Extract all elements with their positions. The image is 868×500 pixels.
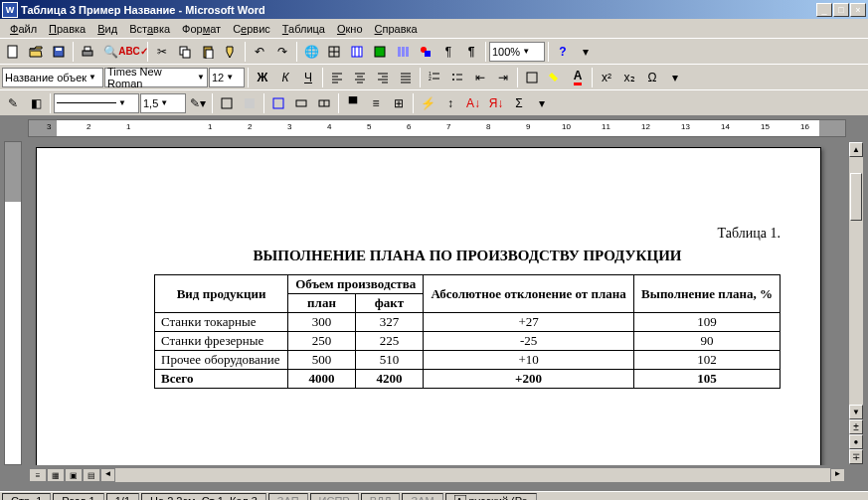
- decrease-indent-button[interactable]: ⇤: [469, 67, 491, 88]
- minimize-button[interactable]: _: [816, 3, 832, 17]
- autoformat-button[interactable]: ⚡: [417, 92, 438, 114]
- maximize-button[interactable]: □: [833, 3, 849, 17]
- horizontal-ruler[interactable]: 321 123 456 789 101112 131415 16: [28, 119, 846, 137]
- menu-tools[interactable]: Сервис: [227, 21, 276, 37]
- status-lang[interactable]: русский (Ро: [445, 493, 537, 500]
- normal-view-button[interactable]: ≡: [29, 468, 47, 482]
- distribute-cols-button[interactable]: ⊞: [388, 92, 410, 114]
- language-button[interactable]: Ω: [641, 67, 663, 88]
- data-table[interactable]: Вид продукции Объем производства Абсолют…: [154, 274, 781, 389]
- bullet-list-button[interactable]: [446, 67, 468, 88]
- scroll-thumb[interactable]: [850, 173, 862, 221]
- menu-table[interactable]: Таблица: [276, 21, 331, 37]
- show-hide-button[interactable]: ¶: [460, 41, 482, 63]
- next-page-button[interactable]: ∓: [849, 449, 863, 464]
- hyperlink-button[interactable]: 🌐: [300, 41, 322, 63]
- scroll-left-button[interactable]: ◄: [100, 468, 115, 482]
- font-combo[interactable]: Times New Roman▼: [104, 68, 208, 87]
- open-button[interactable]: [25, 41, 47, 63]
- cut-button[interactable]: ✂: [151, 41, 173, 63]
- help-button[interactable]: ?: [552, 41, 574, 63]
- style-combo[interactable]: Название объек▼: [2, 68, 103, 87]
- zoom-combo[interactable]: 100%▼: [489, 42, 545, 62]
- status-rec[interactable]: ЗАП: [268, 493, 308, 500]
- distribute-rows-button[interactable]: ≡: [365, 92, 387, 114]
- svg-rect-16: [398, 47, 401, 57]
- subscript-button[interactable]: x₂: [618, 67, 640, 88]
- vertical-scrollbar[interactable]: ▲ ▼ ± ● ∓: [848, 141, 864, 465]
- copy-button[interactable]: [174, 41, 196, 63]
- status-section: Разд 1: [53, 493, 103, 500]
- menu-format[interactable]: Формат: [176, 21, 227, 37]
- menu-view[interactable]: Вид: [91, 21, 123, 37]
- text-direction-button[interactable]: ↕: [439, 92, 461, 114]
- toolbar-options-3-button[interactable]: ▾: [531, 92, 553, 114]
- fontsize-combo[interactable]: 12▼: [209, 68, 245, 87]
- superscript-button[interactable]: x²: [596, 67, 617, 88]
- menu-edit[interactable]: Правка: [43, 21, 91, 37]
- line-weight-combo[interactable]: 1,5▼: [140, 93, 186, 113]
- status-ext[interactable]: ВДЛ: [361, 493, 401, 500]
- outside-border-button[interactable]: [216, 92, 238, 114]
- numbered-list-button[interactable]: 12: [424, 67, 445, 88]
- print-view-button[interactable]: ▣: [65, 468, 83, 482]
- save-button[interactable]: [48, 41, 70, 63]
- paste-button[interactable]: [197, 41, 219, 63]
- font-color-button[interactable]: A: [567, 67, 589, 88]
- borders-button[interactable]: [521, 67, 543, 88]
- new-doc-button[interactable]: [2, 41, 24, 63]
- close-button[interactable]: ×: [850, 3, 866, 17]
- spellcheck-button[interactable]: ABC✓: [122, 41, 144, 63]
- menu-window[interactable]: Окно: [331, 21, 369, 37]
- eraser-button[interactable]: ◧: [25, 92, 47, 114]
- web-view-button[interactable]: ▦: [47, 468, 65, 482]
- status-trk[interactable]: ИСПР: [310, 493, 359, 500]
- align-top-button[interactable]: ▀: [342, 92, 364, 114]
- highlight-button[interactable]: [544, 67, 566, 88]
- sort-desc-button[interactable]: Я↓: [485, 92, 507, 114]
- horizontal-scrollbar[interactable]: ≡ ▦ ▣ ▤ ◄ ►: [28, 467, 846, 483]
- insert-worksheet-button[interactable]: [369, 41, 391, 63]
- insert-table-2-button[interactable]: [267, 92, 289, 114]
- redo-button[interactable]: ↷: [271, 41, 293, 63]
- outline-view-button[interactable]: ▤: [83, 468, 100, 482]
- insert-table-button[interactable]: [346, 41, 368, 63]
- doc-map-button[interactable]: ¶: [437, 41, 459, 63]
- underline-button[interactable]: Ч: [297, 67, 319, 88]
- undo-button[interactable]: ↶: [249, 41, 270, 63]
- scroll-up-button[interactable]: ▲: [849, 142, 863, 157]
- print-button[interactable]: [77, 41, 98, 63]
- italic-button[interactable]: К: [274, 67, 296, 88]
- page[interactable]: Таблица 1. ВЫПОЛНЕНИЕ ПЛАНА ПО ПРОИЗВОДС…: [36, 147, 821, 465]
- increase-indent-button[interactable]: ⇥: [492, 67, 514, 88]
- bold-button[interactable]: Ж: [252, 67, 273, 88]
- toolbar-options-button[interactable]: ▾: [575, 41, 597, 63]
- columns-button[interactable]: [392, 41, 414, 63]
- menu-file[interactable]: Файл: [4, 21, 43, 37]
- shading-color-button[interactable]: [239, 92, 260, 114]
- align-center-button[interactable]: [349, 67, 371, 88]
- menu-insert[interactable]: Вставка: [123, 21, 176, 37]
- fontsize-value: 12: [212, 72, 224, 83]
- sort-asc-button[interactable]: А↓: [462, 92, 484, 114]
- prev-page-button[interactable]: ±: [849, 419, 863, 434]
- drawing-toolbar-button[interactable]: [415, 41, 436, 63]
- align-right-button[interactable]: [372, 67, 394, 88]
- status-ovr[interactable]: ЗАМ: [402, 493, 442, 500]
- autosum-button[interactable]: Σ: [508, 92, 530, 114]
- draw-table-button[interactable]: ✎: [2, 92, 24, 114]
- border-color-button[interactable]: ✎▾: [187, 92, 209, 114]
- scroll-down-button[interactable]: ▼: [849, 405, 863, 419]
- merge-cells-button[interactable]: [290, 92, 312, 114]
- align-left-button[interactable]: [326, 67, 348, 88]
- menu-help[interactable]: Справка: [369, 21, 424, 37]
- scroll-right-button[interactable]: ►: [830, 468, 845, 482]
- browse-object-button[interactable]: ●: [849, 434, 863, 449]
- tables-borders-button[interactable]: [323, 41, 345, 63]
- line-style-combo[interactable]: ▼: [54, 93, 139, 113]
- toolbar-options-2-button[interactable]: ▾: [664, 67, 686, 88]
- format-painter-button[interactable]: [220, 41, 242, 63]
- justify-button[interactable]: [395, 67, 417, 88]
- split-cells-button[interactable]: [313, 92, 335, 114]
- vertical-ruler[interactable]: [4, 141, 22, 465]
